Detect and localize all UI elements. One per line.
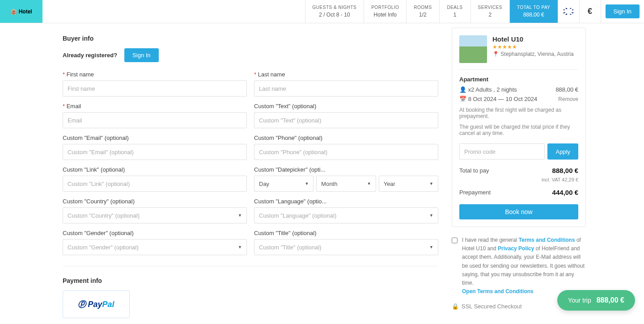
privacy-link[interactable]: Privacy Policy <box>498 245 534 252</box>
chevron-down-icon: ▼ <box>429 213 433 218</box>
hotel-address: 📍 Stephansplatz, Vienna, Austria <box>492 51 574 57</box>
first-name-label: * First name <box>63 71 247 78</box>
nav-deals[interactable]: DEALS1 <box>439 0 470 23</box>
terms-checkbox[interactable] <box>452 237 458 244</box>
room-price: 888,00 € <box>555 86 578 93</box>
custom-gender-select[interactable]: Custom "Gender" (optional)▼ <box>63 239 247 255</box>
chevron-down-icon: ▼ <box>429 181 433 186</box>
total-label: Total to pay <box>459 167 489 174</box>
calendar-icon: 📅 <box>459 96 466 102</box>
fab-label: Your trip <box>568 297 591 304</box>
custom-text-label: Custom "Text" (optional) <box>254 103 438 109</box>
lock-icon: 🔒 <box>452 303 459 310</box>
custom-language-label: Custom "Language" (optio... <box>254 198 438 205</box>
custom-gender-label: Custom "Gender" (optional) <box>63 230 247 236</box>
nav-portfolio[interactable]: PORTFOLIOHotel Info <box>364 0 406 23</box>
prepayment-note: At booking the first night will be charg… <box>459 107 578 119</box>
custom-text-input[interactable] <box>254 112 438 128</box>
nav-guests[interactable]: GUESTS & NIGHTS2 / Oct 8 - 10 <box>305 0 364 23</box>
custom-country-select[interactable]: Custom "Country" (optional)▼ <box>63 207 247 223</box>
email-input[interactable] <box>63 112 247 128</box>
vat-note: incl. VAT 42,29 € <box>459 177 578 182</box>
pin-icon: 📍 <box>492 51 499 57</box>
custom-email-input[interactable] <box>63 144 247 160</box>
chevron-down-icon: ▼ <box>238 245 242 249</box>
chevron-down-icon: ▼ <box>367 181 371 186</box>
already-registered-label: Already registered? <box>63 52 117 59</box>
person-icon: 👤 <box>459 86 466 93</box>
paypal-icon: ⓟ <box>78 299 86 310</box>
last-name-input[interactable] <box>254 80 438 97</box>
topbar-spacer <box>42 0 305 23</box>
remove-button[interactable]: Remove <box>558 96 578 102</box>
signin-inline-button[interactable]: Sign In <box>124 48 158 62</box>
buyer-info-heading: Buyer info <box>63 35 438 42</box>
paypal-option[interactable]: ⓟ PayPal <box>63 290 130 318</box>
dates: 📅 8 Oct 2024 — 10 Oct 2024 <box>459 96 537 102</box>
hotel-name: Hotel U10 <box>492 35 574 43</box>
chevron-down-icon: ▼ <box>429 245 433 249</box>
terms-text: I have read the general Terms and Condit… <box>462 236 586 296</box>
book-now-button[interactable]: Book now <box>459 204 578 219</box>
promo-code-input[interactable] <box>459 143 545 160</box>
last-name-label: * Last name <box>254 71 438 78</box>
language-selector[interactable] <box>558 0 579 23</box>
custom-country-label: Custom "Country" (optional) <box>63 198 247 205</box>
cancellation-note: The guest will be charged the total pric… <box>459 124 578 136</box>
custom-link-label: Custom "Link" (optional) <box>63 166 247 173</box>
apply-button[interactable]: Apply <box>547 143 578 160</box>
total-value: 888,00 € <box>552 167 578 174</box>
custom-link-input[interactable] <box>63 176 247 192</box>
chevron-down-icon: ▼ <box>238 213 242 218</box>
custom-language-select[interactable]: Custom "Language" (optional)▼ <box>254 207 438 223</box>
open-terms-link[interactable]: Open Terms and Conditions <box>462 288 534 295</box>
summary-card: Hotel U10 ★★★★★ 📍 Stephansplatz, Vienna,… <box>452 28 586 227</box>
nav-total[interactable]: TOTAL TO PAY888,00 € <box>509 0 558 23</box>
custom-phone-input[interactable] <box>254 144 438 160</box>
logo[interactable]: 🏨 Hotel <box>0 0 42 23</box>
custom-email-label: Custom "Email" (optional) <box>63 135 247 141</box>
uk-flag-icon <box>564 8 573 15</box>
terms-link[interactable]: Terms and Conditions <box>519 237 575 243</box>
nav-services[interactable]: SERVICES2 <box>470 0 509 23</box>
guests-nights: 👤 x2 Adults , 2 nights <box>459 86 517 93</box>
email-label: * Email <box>63 103 247 109</box>
payment-info-heading: Payment info <box>63 277 438 284</box>
first-name-input[interactable] <box>63 80 247 97</box>
hotel-thumbnail <box>459 35 487 63</box>
your-trip-fab[interactable]: Your trip 888,00 € <box>557 290 635 311</box>
custom-phone-label: Custom "Phone" (optional) <box>254 135 438 141</box>
month-select[interactable]: Month▼ <box>316 176 376 192</box>
prepayment-label: Prepayment <box>459 189 491 196</box>
room-type: Apartment <box>459 76 578 83</box>
day-select[interactable]: Day▼ <box>254 176 314 192</box>
chevron-down-icon: ▼ <box>305 181 309 186</box>
signin-button[interactable]: Sign In <box>606 4 640 18</box>
prepayment-value: 444,00 € <box>552 189 578 196</box>
year-select[interactable]: Year▼ <box>379 176 438 192</box>
fab-amount: 888,00 € <box>597 296 624 304</box>
custom-date-label: Custom "Datepicker" (opti... <box>254 166 438 173</box>
currency-selector[interactable]: € <box>579 0 601 23</box>
custom-title-select[interactable]: Custom "Title" (optional)▼ <box>254 239 438 255</box>
nav-rooms[interactable]: ROOMS1/2 <box>406 0 439 23</box>
custom-title-label: Custom "Title" (optional) <box>254 230 438 236</box>
star-rating: ★★★★★ <box>492 44 574 50</box>
